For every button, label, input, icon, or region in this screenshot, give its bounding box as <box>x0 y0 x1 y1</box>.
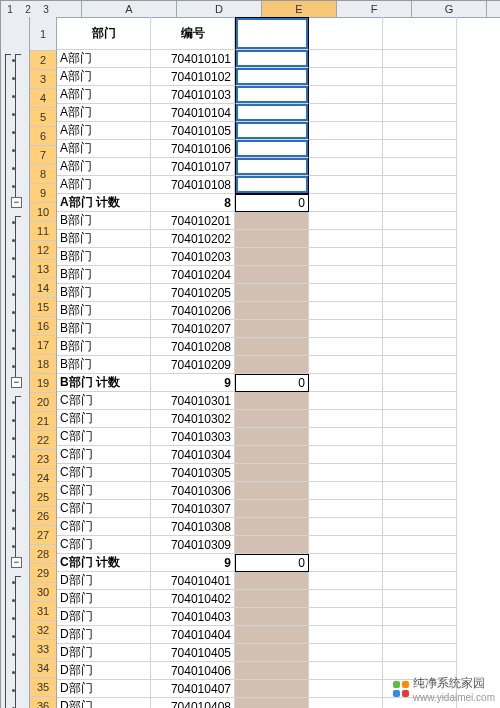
row-header[interactable]: 18 <box>30 355 56 374</box>
cell[interactable] <box>383 266 457 284</box>
cell-e[interactable] <box>235 140 309 158</box>
row-header[interactable]: 11 <box>30 222 56 241</box>
row-header[interactable]: 7 <box>30 146 56 165</box>
cell[interactable] <box>383 50 457 68</box>
cell-e[interactable] <box>235 590 309 608</box>
row-header[interactable]: 3 <box>30 70 56 89</box>
row-header[interactable]: 29 <box>30 564 56 583</box>
cell[interactable] <box>309 536 383 554</box>
cell-dept[interactable]: D部门 <box>57 572 151 590</box>
cell[interactable] <box>309 140 383 158</box>
cell[interactable] <box>309 590 383 608</box>
cell[interactable] <box>309 392 383 410</box>
row-header[interactable]: 4 <box>30 89 56 108</box>
cell[interactable] <box>383 626 457 644</box>
cell-code[interactable]: 704010206 <box>151 302 235 320</box>
cell[interactable] <box>383 446 457 464</box>
row-header[interactable]: 15 <box>30 298 56 317</box>
cell-e[interactable] <box>235 212 309 230</box>
cell-e[interactable] <box>235 662 309 680</box>
row-header[interactable]: 34 <box>30 659 56 678</box>
cell-dept[interactable]: D部门 <box>57 626 151 644</box>
cell-dept[interactable]: B部门 <box>57 230 151 248</box>
cell-code[interactable]: 704010207 <box>151 320 235 338</box>
cell-dept[interactable]: C部门 <box>57 464 151 482</box>
cell-dept[interactable]: C部门 <box>57 536 151 554</box>
cell-dept[interactable]: A部门 <box>57 176 151 194</box>
cell[interactable] <box>383 230 457 248</box>
cell-dept[interactable]: C部门 <box>57 482 151 500</box>
cell-e[interactable] <box>235 104 309 122</box>
cell-e[interactable] <box>235 644 309 662</box>
column-header-E[interactable]: E <box>262 1 337 17</box>
cell-dept[interactable]: A部门 <box>57 68 151 86</box>
cell-e[interactable] <box>235 572 309 590</box>
cell[interactable] <box>309 356 383 374</box>
cell-code[interactable]: 704010302 <box>151 410 235 428</box>
cell[interactable] <box>383 320 457 338</box>
cell[interactable] <box>309 194 383 212</box>
row-header[interactable]: 25 <box>30 488 56 507</box>
cell-dept[interactable]: B部门 <box>57 338 151 356</box>
cell[interactable] <box>309 248 383 266</box>
cell[interactable] <box>309 230 383 248</box>
cell-e[interactable] <box>235 302 309 320</box>
cell[interactable] <box>309 698 383 708</box>
cell[interactable] <box>383 554 457 572</box>
cell[interactable] <box>309 266 383 284</box>
row-header[interactable]: 26 <box>30 507 56 526</box>
row-header[interactable]: 12 <box>30 241 56 260</box>
cell-dept[interactable]: C部门 <box>57 410 151 428</box>
cell-subtotal-e[interactable]: 0 <box>235 374 309 392</box>
cell-subtotal-count[interactable]: 9 <box>151 374 235 392</box>
cell-e[interactable] <box>235 446 309 464</box>
row-header[interactable]: 8 <box>30 165 56 184</box>
cell[interactable] <box>309 572 383 590</box>
cell-e[interactable] <box>235 68 309 86</box>
cell-e[interactable] <box>235 428 309 446</box>
cell-subtotal-count[interactable]: 9 <box>151 554 235 572</box>
outline-level-2[interactable]: 2 <box>19 4 37 15</box>
cell-e[interactable] <box>235 50 309 68</box>
row-header[interactable]: 33 <box>30 640 56 659</box>
cell[interactable] <box>309 518 383 536</box>
cell-e[interactable] <box>235 356 309 374</box>
row-header[interactable]: 24 <box>30 469 56 488</box>
cell-e[interactable] <box>235 464 309 482</box>
cell-dept[interactable]: D部门 <box>57 608 151 626</box>
cell-dept[interactable]: B部门 <box>57 212 151 230</box>
cell-subtotal-label[interactable]: C部门 计数 <box>57 554 151 572</box>
cell-dept[interactable]: C部门 <box>57 428 151 446</box>
row-header[interactable]: 20 <box>30 393 56 412</box>
column-header-G[interactable]: G <box>412 1 487 17</box>
cell-e[interactable] <box>235 158 309 176</box>
cell-code[interactable]: 704010403 <box>151 608 235 626</box>
cell-header-code[interactable]: 编号 <box>151 17 235 50</box>
cell-dept[interactable]: C部门 <box>57 518 151 536</box>
cell[interactable] <box>383 284 457 302</box>
cell[interactable] <box>383 572 457 590</box>
cell-e[interactable] <box>235 482 309 500</box>
cell[interactable] <box>309 680 383 698</box>
cell-dept[interactable]: D部门 <box>57 662 151 680</box>
cell-code[interactable]: 704010103 <box>151 86 235 104</box>
cell[interactable] <box>383 68 457 86</box>
row-header[interactable]: 16 <box>30 317 56 336</box>
row-header[interactable]: 14 <box>30 279 56 298</box>
cell-e[interactable] <box>235 410 309 428</box>
cell[interactable] <box>383 590 457 608</box>
cell[interactable] <box>309 482 383 500</box>
row-header[interactable]: 22 <box>30 431 56 450</box>
cell-e[interactable] <box>235 626 309 644</box>
select-all-corner[interactable] <box>55 1 82 17</box>
cell-code[interactable]: 704010307 <box>151 500 235 518</box>
cell[interactable] <box>383 464 457 482</box>
cell[interactable] <box>309 446 383 464</box>
cell-code[interactable]: 704010104 <box>151 104 235 122</box>
cell[interactable] <box>383 212 457 230</box>
cell-code[interactable]: 704010102 <box>151 68 235 86</box>
cell-dept[interactable]: A部门 <box>57 158 151 176</box>
cell-code[interactable]: 704010304 <box>151 446 235 464</box>
cell-e[interactable] <box>235 320 309 338</box>
cell-e[interactable] <box>235 608 309 626</box>
